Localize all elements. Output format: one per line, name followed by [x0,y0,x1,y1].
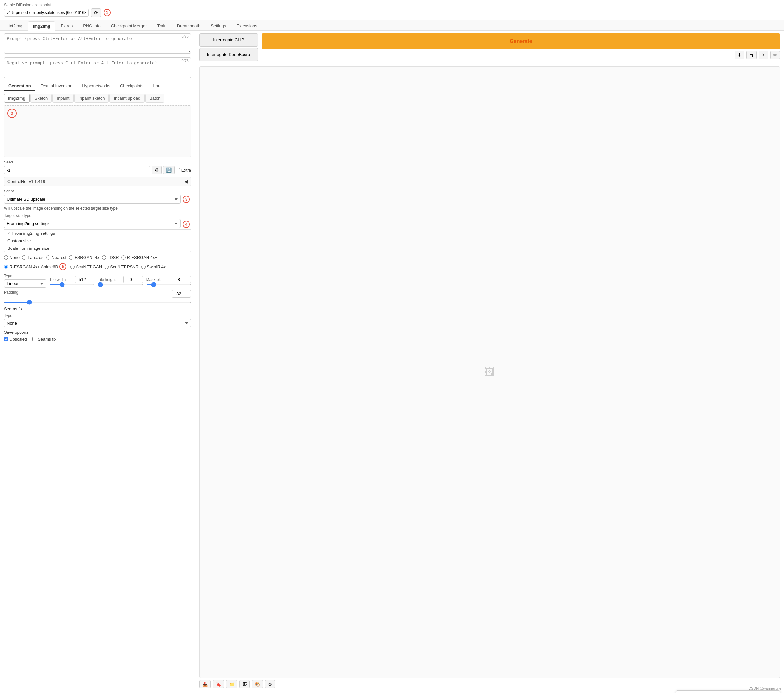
trash-btn[interactable]: 🗑 [746,51,757,59]
image-upload-area[interactable]: 2 [4,105,191,157]
mode-tab-img2img[interactable]: img2img [4,94,30,102]
tab-checkpoint-merger[interactable]: Checkpoint Merger [106,21,152,30]
upscaler-lanczos[interactable]: Lanczos [22,255,43,260]
interrogate-clip-btn[interactable]: Interrogate CLIP [199,33,258,46]
script-select[interactable]: Noneimg2img alternative testLoopbackOutp… [4,195,181,203]
controlnet-bar[interactable]: ControlNet v1.1.419 ◀ [4,177,191,186]
sub-tab-lora[interactable]: Lora [148,81,166,91]
tile-height-slider[interactable] [98,284,143,285]
upscaler-r-esrgan-4x-plus[interactable]: R-ESRGAN 4x+ [122,255,158,260]
tile-height-group: Tile height [98,276,143,285]
output-image-area: 🖼 [199,66,780,678]
seed-refresh-btn[interactable]: 🔃 [163,166,175,174]
checkpoint-select[interactable]: v1-5-pruned-emaonly.safetensors [6ce0161… [4,9,89,16]
mode-tab-batch[interactable]: Batch [145,94,165,102]
padding-input[interactable] [171,290,191,298]
script-option-none[interactable]: None [676,691,780,693]
negative-prompt-area: 0/75 [4,57,191,79]
tile-width-group: Tile width [49,276,94,285]
upscaled-checkbox-label[interactable]: Upscaled [4,337,27,342]
positive-char-count: 0/75 [182,35,188,38]
tab-extras[interactable]: Extras [56,21,77,30]
seams-type-select[interactable]: NoneBand passHalf tile offset passHalf t… [4,319,191,327]
step-badge-3: 3 [183,196,190,203]
seams-fix-checkbox[interactable] [32,337,36,341]
seed-input[interactable] [4,166,150,174]
refresh-checkpoint-btn[interactable]: ⟳ [91,8,101,17]
style-btn[interactable]: 🎨 [252,680,263,688]
sub-tab-hypernetworks[interactable]: Hypernetworks [77,81,115,91]
extra-checkbox-label[interactable]: Extra [176,168,191,173]
target-option-img2img[interactable]: From img2img settings [4,229,191,237]
sub-tab-generation[interactable]: Generation [4,81,36,91]
interrogate-deepbooru-btn[interactable]: Interrogate DeepBooru [199,48,258,61]
seams-type-label: Type [4,313,191,318]
mode-tab-inpaint-sketch[interactable]: Inpaint sketch [74,94,109,102]
target-size-section: Target size type From img2img settingsCu… [4,213,191,252]
save-options-label: Save options: [4,330,191,335]
upscaler-none[interactable]: None [4,255,20,260]
upscaled-checkbox[interactable] [4,337,8,341]
target-option-custom[interactable]: Custom size [4,237,191,244]
upscaled-label: Upscaled [10,337,27,342]
seams-fix-checkbox-label[interactable]: Seams fix [32,337,56,342]
output-placeholder-icon: 🖼 [484,366,495,378]
right-bottom-toolbar: 📤 🔖 📁 🖼 🎨 ⚙ [199,678,780,690]
upscaler-scunet-psnr[interactable]: ScuNET PSNR [104,263,139,270]
upscaler-scunet-gan[interactable]: ScuNET GAN [70,263,102,270]
negative-char-count: 0/75 [182,59,188,63]
mode-tab-inpaint-upload[interactable]: Inpaint upload [109,94,145,102]
minimize-btn[interactable]: ⬇ [735,51,744,59]
save-options-section: Save options: Upscaled Seams fix [4,330,191,342]
sub-tab-textual-inversion[interactable]: Textual Inversion [36,81,77,91]
mask-blur-group: Mask blur [146,276,191,285]
script-dropdown-panel: None img2img alternative test Loopback O… [676,690,780,693]
mode-tab-sketch[interactable]: Sketch [30,94,52,102]
type-sliders-row: Type LinearChessNone Tile width Tile hei… [4,274,191,287]
mask-blur-label: Mask blur [146,277,163,282]
positive-prompt-input[interactable] [4,33,191,54]
folder-btn[interactable]: 📁 [226,680,237,688]
sub-tabs-bar: Generation Textual Inversion Hypernetwor… [4,81,191,91]
upscaler-ldsr[interactable]: LDSR [102,255,119,260]
image-btn[interactable]: 🖼 [239,680,250,688]
send-output-btn[interactable]: 📤 [199,680,211,688]
generate-btn[interactable]: Generate [262,33,780,50]
target-option-scale[interactable]: Scale from image size [4,244,191,252]
extra-checkbox[interactable] [176,168,180,172]
type-select[interactable]: LinearChessNone [4,279,46,287]
tab-dreambooth[interactable]: Dreambooth [172,21,206,30]
step-badge-1: 1 [104,9,111,16]
tile-width-slider[interactable] [49,284,94,285]
tab-txt2img[interactable]: txt2img [4,21,27,30]
upscaler-group-2: R-ESRGAN 4x+ Anime6B 5 ScuNET GAN ScuNET… [4,263,191,270]
tab-extensions[interactable]: Extensions [232,21,262,30]
padding-slider[interactable] [4,302,191,303]
script-section: Script Noneimg2img alternative testLoopb… [4,189,191,203]
upscaler-nearest[interactable]: Nearest [46,255,67,260]
upscaler-swinir-4x[interactable]: SwinIR 4x [141,263,166,270]
step-badge-5: 5 [59,263,66,270]
seams-fix-header: Seams fix: [4,307,191,311]
sub-tab-checkpoints[interactable]: Checkpoints [115,81,148,91]
tab-settings[interactable]: Settings [206,21,231,30]
close-x-btn[interactable]: ✕ [759,51,768,59]
mode-tab-inpaint[interactable]: Inpaint [53,94,74,102]
main-tabs-bar: txt2img img2img Extras PNG Info Checkpoi… [0,20,784,31]
upscaler-r-esrgan-anime6b[interactable]: R-ESRGAN 4x+ Anime6B 5 [4,263,68,270]
type-group: Type LinearChessNone [4,274,46,287]
upscaler-esrgan-4x[interactable]: ESRGAN_4x [69,255,99,260]
target-size-select[interactable]: From img2img settingsCustom sizeScale fr… [4,219,181,228]
settings-btn[interactable]: ⚙ [265,680,275,688]
tab-train[interactable]: Train [152,21,171,30]
mask-blur-slider[interactable] [146,284,191,285]
watermark: CSDN @wanneijune [748,686,781,690]
tab-png-info[interactable]: PNG Info [78,21,105,30]
bookmark-btn[interactable]: 🔖 [212,680,224,688]
seed-recycle-btn[interactable]: ♻ [152,166,162,174]
controlnet-toggle-icon[interactable]: ◀ [184,179,188,184]
tab-img2img[interactable]: img2img [28,21,55,31]
edit-btn[interactable]: ✏ [770,51,780,59]
upscaler-group: None Lanczos Nearest ESRGAN_4x LDSR R-ES… [4,255,191,260]
negative-prompt-input[interactable] [4,57,191,78]
